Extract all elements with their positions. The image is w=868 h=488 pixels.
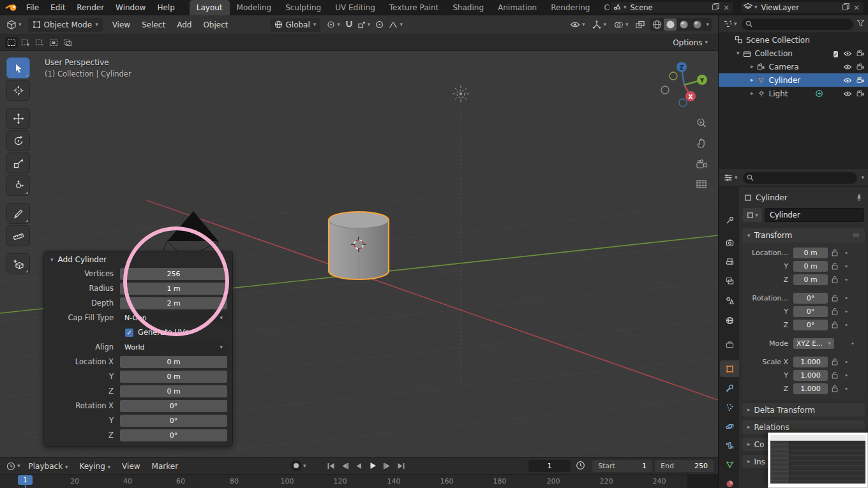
close-icon[interactable]: × [722, 3, 731, 12]
outliner-row-light[interactable]: ▸ Light [719, 87, 868, 100]
blender-logo-icon[interactable] [5, 3, 18, 12]
copy-icon[interactable] [842, 3, 850, 13]
copy-icon[interactable] [712, 3, 720, 13]
location-x-field[interactable]: 0 m [120, 356, 227, 368]
rotation-z-field[interactable]: 0° [120, 429, 227, 441]
gizmos-dropdown[interactable]: ▾ [590, 18, 609, 32]
frame-end-field[interactable]: End250 [655, 460, 714, 472]
expander-icon[interactable]: ▸ [751, 91, 754, 96]
select-mode-subtract-button[interactable] [33, 37, 46, 48]
navigation-gizmo[interactable]: Z Y X [656, 59, 712, 110]
jump-to-start-button[interactable] [324, 459, 337, 472]
tab-tool[interactable] [720, 212, 739, 228]
visibility-dropdown[interactable]: ▾ [567, 18, 588, 32]
eye-icon[interactable] [843, 50, 852, 57]
proportional-edit-button[interactable] [373, 18, 386, 32]
mode-dropdown[interactable]: Object Mode ▾ [28, 18, 103, 32]
tab-render[interactable] [720, 234, 739, 251]
menu-viewport-add[interactable]: Add [171, 17, 197, 33]
editor-type-button[interactable]: ▾ [4, 18, 24, 32]
menu-viewport-view[interactable]: View [107, 17, 136, 33]
radius-field[interactable]: 1 m [120, 283, 227, 295]
workspace-tab-compositing[interactable]: Compo [597, 0, 610, 15]
pin-icon[interactable] [855, 194, 863, 202]
jump-to-end-button[interactable] [394, 459, 407, 472]
close-icon[interactable]: × [852, 3, 861, 12]
gizmo-negative-axis[interactable] [661, 86, 669, 94]
location-z-field[interactable]: 0 m [120, 385, 227, 397]
workspace-tab-rendering[interactable]: Rendering [544, 0, 597, 15]
scene-selector[interactable]: ▾ Scene × [610, 1, 734, 13]
workspace-tab-shading[interactable]: Shading [445, 0, 491, 15]
orientation-dropdown[interactable]: Global ▾ [270, 18, 321, 32]
timeline-editor-button[interactable]: ▾ [4, 459, 23, 473]
eye-icon[interactable] [843, 91, 852, 97]
scale-y-field[interactable]: 1.000 [793, 370, 828, 381]
workspace-tab-uv-editing[interactable]: UV Editing [328, 0, 382, 15]
render-visibility-icon[interactable] [857, 50, 865, 57]
lock-icon[interactable] [828, 276, 842, 283]
use-preview-range-button[interactable] [576, 461, 585, 470]
tool-rotate[interactable] [6, 130, 30, 151]
render-visibility-icon[interactable] [857, 77, 865, 84]
chevron-down-icon[interactable]: ▾ [861, 175, 864, 181]
eye-icon[interactable] [843, 77, 852, 84]
tab-particles[interactable] [720, 399, 739, 415]
viewlayer-selector[interactable]: ▾ ViewLayer × [740, 1, 864, 13]
location-x-field[interactable]: 0 m [793, 248, 828, 258]
menu-file[interactable]: File [20, 0, 45, 15]
lock-icon[interactable] [828, 294, 842, 302]
menu-render[interactable]: Render [71, 0, 110, 15]
snap-toggle-button[interactable] [343, 18, 355, 32]
tab-modifiers[interactable] [720, 380, 739, 396]
animate-dot[interactable]: • [842, 294, 851, 302]
workspace-tab-sculpting[interactable]: Sculpting [278, 0, 328, 15]
tab-world[interactable] [720, 312, 739, 329]
tab-material[interactable] [720, 475, 739, 488]
filter-button[interactable] [857, 19, 865, 29]
collection-checkbox[interactable]: ✓ [834, 49, 838, 58]
shading-rendered-button[interactable] [691, 18, 703, 31]
outliner-editor-button[interactable]: ▾ [722, 17, 738, 31]
menu-help[interactable]: Help [151, 0, 180, 15]
animate-dot[interactable]: • [842, 358, 851, 366]
tab-output[interactable] [720, 253, 739, 270]
menu-viewport-select[interactable]: Select [136, 17, 171, 33]
section-delta-transform[interactable]: ▸Delta Transform [742, 403, 865, 417]
rotation-x-field[interactable]: 0° [120, 400, 227, 412]
play-button[interactable] [366, 459, 379, 472]
menu-timeline-view[interactable]: View [116, 459, 146, 474]
animate-dot[interactable]: • [842, 371, 851, 380]
menu-window[interactable]: Window [110, 0, 151, 15]
workspace-tab-modeling[interactable]: Modeling [230, 0, 279, 15]
animate-dot[interactable]: • [842, 385, 851, 393]
previous-keyframe-button[interactable] [338, 459, 351, 472]
animate-dot[interactable]: • [842, 262, 851, 270]
light-data-icon[interactable] [815, 89, 823, 98]
menu-playback[interactable]: Playback ▾ [23, 459, 74, 474]
falloff-dropdown[interactable]: ▾ [386, 18, 405, 32]
breadcrumb-object[interactable]: Cylinder [756, 193, 788, 202]
object-name-input[interactable]: Cylinder [765, 208, 864, 222]
frame-start-field[interactable]: Start1 [592, 460, 652, 472]
tool-cursor[interactable] [6, 80, 30, 101]
gizmo-negative-axis[interactable] [670, 72, 677, 80]
pivot-point-button[interactable]: ▾ [324, 18, 343, 32]
overlays-dropdown[interactable]: ▾ [611, 18, 631, 32]
menu-edit[interactable]: Edit [45, 0, 71, 15]
outliner-search-input[interactable] [742, 18, 853, 30]
play-reverse-button[interactable] [352, 459, 365, 472]
rotation-y-field[interactable]: 0° [120, 415, 227, 427]
tool-annotate[interactable] [6, 203, 30, 224]
tool-transform[interactable] [6, 175, 30, 196]
menu-marker[interactable]: Marker [146, 459, 184, 474]
animate-dot[interactable]: • [842, 249, 851, 257]
cylinder-object[interactable] [329, 212, 389, 279]
timeline-ruler[interactable]: 20 40 60 80 100 120 140 160 180 200 220 … [0, 474, 718, 488]
scale-x-field[interactable]: 1.000 [793, 357, 828, 367]
select-mode-intersect-button[interactable] [61, 37, 74, 48]
animate-dot[interactable]: • [848, 339, 857, 348]
ortho-toggle-button[interactable] [694, 176, 709, 191]
zoom-button[interactable] [694, 115, 709, 131]
workspace-tab-animation[interactable]: Animation [491, 0, 544, 15]
